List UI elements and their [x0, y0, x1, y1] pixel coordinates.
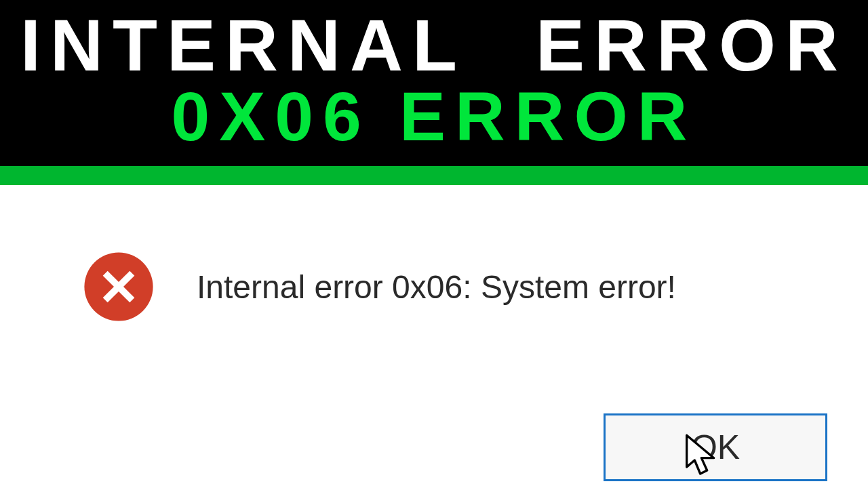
- title-banner: INTERNAL ERROR 0x06 Error: [0, 0, 868, 166]
- error-icon: [81, 249, 156, 324]
- dialog-content: Internal error 0x06: System error!: [0, 185, 868, 324]
- error-dialog: Internal error 0x06: System error! OK: [0, 185, 868, 488]
- divider-strip: [0, 166, 868, 185]
- banner-line-1: INTERNAL ERROR: [20, 7, 848, 83]
- dialog-button-row: OK: [604, 413, 827, 481]
- dialog-message: Internal error 0x06: System error!: [197, 268, 676, 306]
- banner-line-2: 0x06 Error: [20, 81, 848, 153]
- ok-button[interactable]: OK: [604, 413, 827, 481]
- ok-button-label: OK: [691, 428, 740, 467]
